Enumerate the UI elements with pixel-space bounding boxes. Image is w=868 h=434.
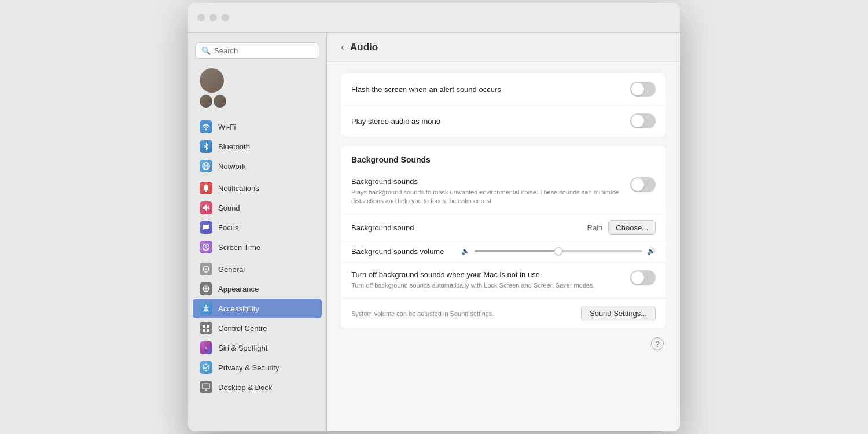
bg-sounds-top: Background sounds Plays background sound… [351,177,656,206]
sidebar-item-bluetooth[interactable]: Bluetooth [193,137,322,156]
mono-label: Play stereo audio as mono [351,117,440,126]
close-button[interactable] [197,14,205,21]
turnoff-title: Turn off background sounds when your Mac… [351,270,621,279]
screentime-icon [200,241,212,253]
system-preferences-window: 🔍 Wi-Fi [188,3,680,431]
sidebar-item-appearance[interactable]: Appearance [193,279,322,299]
svg-rect-10 [203,329,205,332]
mono-toggle[interactable] [630,113,656,128]
turnoff-text: Turn off background sounds when your Mac… [351,270,621,290]
sidebar-item-desktop[interactable]: Desktop & Dock [193,377,322,397]
sidebar-item-label-notifications: Notifications [218,184,259,193]
sidebar-section-network: Wi-Fi Bluetooth [188,117,326,176]
sidebar-section-system: General Appearance [188,259,326,397]
sound-settings-button[interactable]: Sound Settings... [581,306,656,321]
network-icon [200,160,212,172]
audio-card: Flash the screen when an alert sound occ… [341,73,666,137]
sidebar-item-label-focus: Focus [218,223,238,232]
sidebar-section-prefs: Notifications Sound [188,178,326,257]
sound-icon [200,201,212,214]
sidebar-item-sound[interactable]: Sound [193,198,322,218]
sidebar-item-label-accessibility: Accessibility [218,304,259,313]
mono-setting-row: Play stereo audio as mono [341,105,666,137]
appearance-icon [200,282,212,295]
sidebar-item-label-appearance: Appearance [218,285,259,293]
sidebar-item-controlcentre[interactable]: Control Centre [193,318,322,338]
focus-icon [200,221,212,234]
search-icon: 🔍 [201,46,211,55]
bg-sound-label: Background sound [351,223,414,232]
controlcentre-icon [200,322,212,334]
bg-sounds-desc: Plays background sounds to mask unwanted… [351,188,621,206]
sub-avatar-2 [214,95,226,108]
sidebar-item-label-sound: Sound [218,204,240,212]
volume-slider-fill [475,250,558,252]
svg-rect-14 [203,384,209,389]
bg-sound-right: Rain Choose... [587,220,656,235]
turnoff-toggle[interactable] [630,270,656,285]
traffic-lights [197,14,229,21]
sidebar-item-label-controlcentre: Control Centre [218,324,267,333]
sidebar: 🔍 Wi-Fi [188,33,327,431]
general-icon [200,263,212,275]
svg-rect-8 [203,325,205,328]
bg-sounds-title: Background sounds [351,177,621,186]
sidebar-item-focus[interactable]: Focus [193,218,322,237]
sidebar-item-siri[interactable]: S Siri & Spotlight [193,338,322,358]
desktop-icon [200,381,212,393]
background-sounds-card: Background Sounds Background sounds Play… [341,146,666,328]
sidebar-item-label-desktop: Desktop & Dock [218,383,272,392]
help-button[interactable]: ? [651,337,664,350]
fullscreen-button[interactable] [222,14,229,21]
sidebar-item-label-bluetooth: Bluetooth [218,142,250,151]
sidebar-item-privacy[interactable]: Privacy & Security [193,358,322,377]
sidebar-item-screentime[interactable]: Screen Time [193,237,322,257]
avatar[interactable] [200,68,224,93]
main-header: ‹ Audio [327,33,680,62]
volume-row: Background sounds volume 🔈 🔊 [341,241,666,262]
volume-high-icon: 🔊 [647,247,656,255]
sub-avatar-1 [200,95,212,108]
sidebar-item-label-siri: Siri & Spotlight [218,344,267,352]
help-area: ? [341,337,666,352]
volume-label: Background sounds volume [351,247,455,256]
wifi-icon [200,120,212,133]
turnoff-row: Turn off background sounds when your Mac… [341,262,666,299]
choose-button[interactable]: Choose... [608,220,656,235]
svg-rect-11 [207,329,209,332]
content-area: 🔍 Wi-Fi [188,33,680,431]
main-content: ‹ Audio Flash the screen when an alert s… [327,33,680,431]
sidebar-item-wifi[interactable]: Wi-Fi [193,117,322,137]
svg-point-5 [205,269,207,270]
sidebar-item-general[interactable]: General [193,259,322,279]
turnoff-desc: Turn off background sounds automatically… [351,281,621,290]
bg-sounds-text: Background sounds Plays background sound… [351,177,621,206]
flash-setting-row: Flash the screen when an alert sound occ… [341,73,666,105]
volume-slider-area: 🔈 🔊 [461,247,656,255]
sidebar-item-accessibility[interactable]: Accessibility [193,299,322,318]
bg-sound-chooser-row: Background sound Rain Choose... [341,215,666,241]
svg-rect-9 [207,325,209,328]
svg-point-7 [205,305,207,307]
page-title: Audio [350,42,378,53]
minimize-button[interactable] [209,14,217,21]
search-box[interactable]: 🔍 [195,42,319,59]
volume-low-icon: 🔈 [461,247,470,255]
sidebar-item-label-general: General [218,265,245,274]
bg-sounds-toggle-row: Background sounds Plays background sound… [341,169,666,215]
volume-slider-thumb[interactable] [554,247,562,255]
bg-sounds-toggle[interactable] [630,177,656,192]
titlebar [188,3,680,33]
system-volume-row: System volume can be adjusted in Sound s… [341,299,666,328]
sidebar-item-network[interactable]: Network [193,156,322,176]
search-input[interactable] [214,46,313,55]
sidebar-item-notifications[interactable]: Notifications [193,178,322,198]
svg-text:S: S [204,346,207,351]
privacy-icon [200,361,212,374]
volume-slider-track[interactable] [475,250,642,252]
back-button[interactable]: ‹ [341,41,344,53]
sub-avatars [200,95,326,108]
notifications-icon [200,182,212,194]
flash-toggle[interactable] [630,82,656,97]
bluetooth-icon [200,140,212,153]
